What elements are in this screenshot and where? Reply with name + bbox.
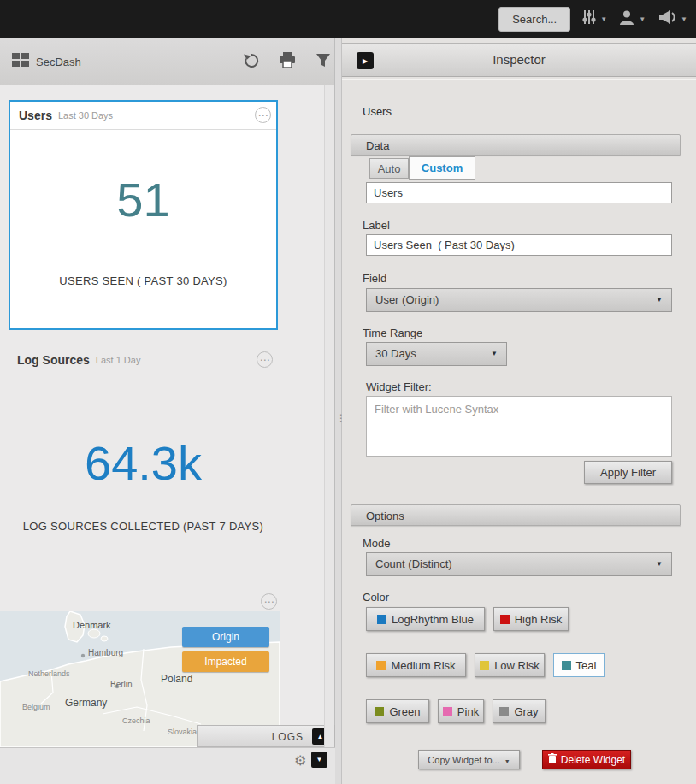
widget-menu-icon[interactable]: ⋯ [255,107,271,123]
widget-timeframe: Last 1 Day [96,355,141,365]
color-name: Teal [576,659,597,672]
apply-filter-button[interactable]: Apply Filter [584,461,672,484]
search-button[interactable]: Search... [498,7,570,32]
widget-title: Users [19,109,52,122]
collapse-drawer-icon[interactable]: ▼ [311,752,327,768]
widget-filter-textarea[interactable] [366,396,672,457]
color-name: Medium Risk [391,659,455,672]
caret-down-icon: ▼ [491,343,498,365]
widget-logsources-titlebar: Log Sources Last 1 Day ⋯ [9,346,278,374]
label-field-label: Label [363,219,390,232]
caret-down-icon: ▼ [639,15,646,23]
color-label: Color [363,591,389,604]
widget-users-titlebar: Users Last 30 Days ⋯ [10,102,276,130]
logs-drawer-bar[interactable]: LOGS ▲ [197,725,335,747]
inspector-header: ▶ Inspector [342,43,696,77]
announcements-menu[interactable]: ▼ [657,9,687,28]
color-green-button[interactable]: Green [366,699,429,723]
caret-down-icon: ▼ [656,289,663,311]
time-range-dropdown-value: 30 Days [375,347,416,360]
widget-log-sources[interactable]: Log Sources Last 1 Day ⋯ 64.3k LOG SOURC… [9,346,278,590]
widget-menu-icon[interactable]: ⋯ [261,593,277,610]
user-menu[interactable]: ▼ [618,9,646,28]
widget-filter-label: Widget Filter: [366,380,432,393]
color-name: Gray [514,705,538,718]
trash-icon [548,753,557,766]
legend-origin-button[interactable]: Origin [182,627,269,647]
color-swatch [499,707,509,716]
map-label-netherlands: Netherlands [28,669,70,678]
color-swatch [375,707,384,716]
widget-users[interactable]: Users Last 30 Days ⋯ 51 USERS SEEN ( PAS… [9,100,278,330]
tab-custom[interactable]: Custom [409,156,475,180]
widget-timeframe: Last 30 Days [58,110,113,121]
widget-label-input[interactable] [366,234,672,256]
delete-widget-button[interactable]: Delete Widget [542,750,631,769]
logs-drawer-label: LOGS [272,731,304,743]
map-label-poland: Poland [161,673,192,685]
field-dropdown[interactable]: User (Origin) ▼ [366,288,672,312]
dashboard-header: SecDash [0,38,334,85]
topbar: Search... ▼ ▼ ▼ [0,0,696,38]
field-label: Field [363,272,386,285]
color-pink-button[interactable]: Pink [438,699,484,723]
field-dropdown-value: User (Origin) [375,293,439,306]
inspector-widget-name: Users [363,105,392,118]
mode-dropdown-value: Count (Distinct) [375,557,452,570]
widget-logsources-caption: LOG SOURCES COLLECTED (PAST 7 DAYS) [9,520,278,533]
divider [342,79,696,80]
widget-logsources-value: 64.3k [9,435,278,491]
widget-menu-icon[interactable]: ⋯ [257,351,273,368]
caret-down-icon: ▼ [656,553,663,575]
filter-funnel-icon[interactable] [314,52,333,71]
map-label-hamburg: Hamburg [88,648,123,657]
color-medium-risk-button[interactable]: Medium Risk [366,653,466,677]
color-name: Pink [457,705,479,718]
dashboard-bottom-bar: ⚙ ▼ [0,747,335,784]
caret-down-icon: ▼ [600,15,607,23]
undo-icon[interactable] [242,52,261,71]
caret-down-icon: ▼ [504,758,510,764]
copy-widget-button[interactable]: Copy Widget to...▼ [418,750,520,769]
data-section-header[interactable]: Data [351,134,681,156]
filters-menu[interactable]: ▼ [581,9,607,28]
map-label-czechia: Czechia [122,716,150,725]
user-icon [618,9,635,28]
dashboard-grid-icon[interactable] [12,53,29,70]
app-root: Search... ▼ ▼ ▼ SecDash [0,0,696,784]
widget-name-input[interactable] [366,182,672,203]
widget-title: Log Sources [17,353,90,367]
legend-impacted-button[interactable]: Impacted [182,651,269,672]
widget-users-value: 51 [10,172,276,227]
map-label-slovakia: Slovakia [168,728,197,736]
color-high-risk-button[interactable]: High Risk [493,607,569,631]
color-gray-button[interactable]: Gray [493,699,546,723]
time-range-dropdown[interactable]: 30 Days ▼ [366,342,507,366]
map-label-denmark: Denmark [73,620,111,630]
mode-label: Mode [363,537,391,550]
color-name: High Risk [515,613,563,626]
sliders-icon [581,9,597,28]
color-name: Low Risk [494,659,540,672]
print-icon[interactable] [278,52,297,71]
collapse-inspector-icon[interactable]: ▶ [357,52,374,69]
color-swatch [443,707,452,716]
options-section-header[interactable]: Options [351,504,681,526]
mode-dropdown[interactable]: Count (Distinct) ▼ [366,552,672,576]
color-name: LogRhythm Blue [392,613,474,626]
dashboard-scrollbar[interactable] [324,85,334,747]
color-logrhythm-blue-button[interactable]: LogRhythm Blue [366,607,485,631]
gear-icon[interactable]: ⚙ [294,752,306,769]
dashboard-title: SecDash [36,56,81,68]
tab-auto[interactable]: Auto [369,158,409,179]
color-swatch [377,615,386,624]
map-label-belgium: Belgium [22,703,50,711]
caret-down-icon: ▼ [681,15,687,23]
widget-users-caption: USERS SEEN ( PAST 30 DAYS) [10,274,276,287]
color-teal-button[interactable]: Teal [553,653,605,677]
panel-splitter[interactable]: ⋮ [335,38,342,784]
color-name: Green [389,705,420,718]
color-swatch [500,615,510,624]
map-label-germany: Germany [65,697,107,709]
color-low-risk-button[interactable]: Low Risk [475,653,545,677]
